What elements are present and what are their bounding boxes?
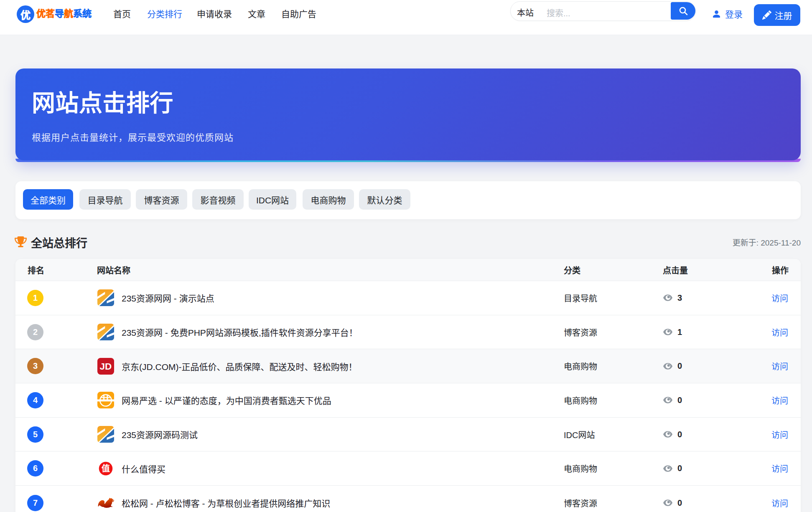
svg-text:值: 值 [102, 464, 110, 473]
svg-text:JD: JD [100, 361, 112, 372]
